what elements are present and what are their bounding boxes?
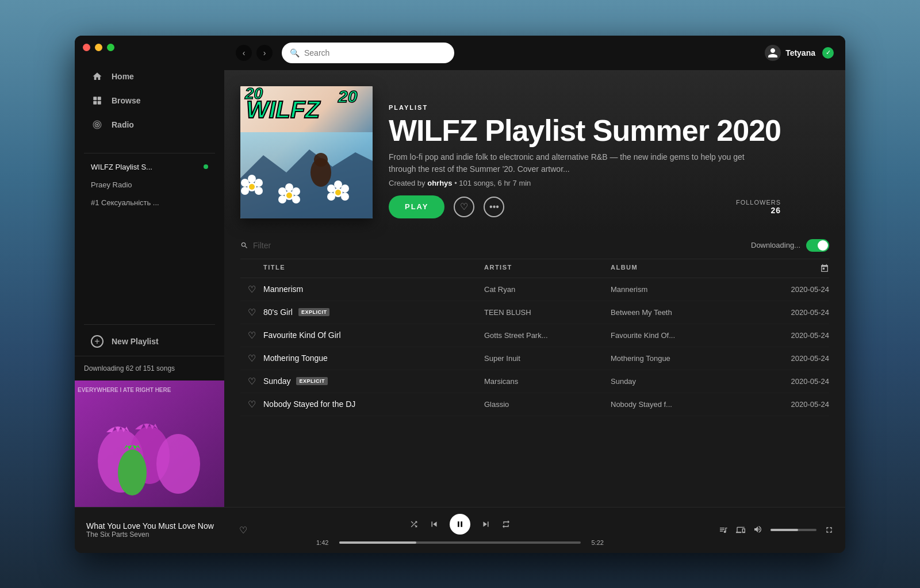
progress-bar: 1:42 5:22 xyxy=(316,539,604,546)
track-album-6: Nobody Stayed f... xyxy=(611,400,760,409)
track-album-5: Sunday xyxy=(611,377,760,386)
track-artist-5: Marsicans xyxy=(484,377,611,386)
right-controls xyxy=(673,525,834,536)
current-artist-name: The Six Parts Seven xyxy=(86,531,231,539)
sidebar-item-radio[interactable]: Radio xyxy=(84,113,215,137)
now-playing-thumbnail: EVERYWHERE I ATE RIGHT HERE xyxy=(75,381,224,507)
sidebar-playlist-sexualnist[interactable]: #1 Сексуальність ... xyxy=(84,194,215,212)
playlist-actions: PLAY ♡ ••• FOLLOWERS 26 xyxy=(389,195,781,218)
svg-point-30 xyxy=(292,195,300,203)
creator-link[interactable]: ohrhys xyxy=(427,179,452,187)
now-playing-info: What You Love You Must Love Now The Six … xyxy=(86,521,247,539)
svg-point-38 xyxy=(327,193,335,201)
track-heart-2[interactable]: ♡ xyxy=(240,307,263,318)
search-icon: 🔍 xyxy=(290,48,300,57)
sidebar-item-home[interactable]: Home xyxy=(84,64,215,89)
maximize-button[interactable] xyxy=(107,44,114,51)
more-options-button[interactable]: ••• xyxy=(484,197,504,217)
track-row[interactable]: ♡ Sunday EXPLICIT Marsicans Sunday 2020-… xyxy=(240,370,829,393)
track-list-container: Filter Downloading... TITLE ARTIST ALBUM xyxy=(224,232,845,507)
downloading-toggle: Downloading... xyxy=(751,239,829,252)
track-date-3: 2020-05-24 xyxy=(760,331,829,340)
nav-arrows: ‹ › xyxy=(236,45,273,61)
track-title-6: Nobody Stayed for the DJ xyxy=(263,399,484,409)
player-heart-button[interactable]: ♡ xyxy=(239,525,247,536)
radio-label: Radio xyxy=(112,120,134,129)
volume-track[interactable] xyxy=(770,529,816,531)
downloading-toggle-label: Downloading... xyxy=(751,241,800,249)
svg-rect-2 xyxy=(93,101,97,104)
track-heart-1[interactable]: ♡ xyxy=(240,284,263,295)
heart-button[interactable]: ♡ xyxy=(454,197,474,217)
plus-icon: + xyxy=(91,335,103,348)
back-button[interactable]: ‹ xyxy=(236,45,252,61)
minimize-button[interactable] xyxy=(95,44,102,51)
new-playlist-label: New Playlist xyxy=(112,337,159,346)
sidebar-item-browse[interactable]: Browse xyxy=(84,89,215,113)
downloading-label: Downloading 62 of 151 songs xyxy=(84,364,175,372)
sidebar-playlist-praey[interactable]: Praey Radio xyxy=(84,176,215,194)
user-profile-button[interactable]: Tetyana xyxy=(765,45,815,61)
app-window: Home Browse xyxy=(75,36,845,553)
track-album-3: Favourite Kind Of... xyxy=(611,331,760,340)
svg-point-24 xyxy=(241,187,249,195)
forward-button[interactable]: › xyxy=(256,45,273,61)
svg-point-23 xyxy=(255,187,263,195)
track-artist-6: Glassio xyxy=(484,400,611,409)
track-row[interactable]: ♡ Favourite Kind Of Girl Gotts Street Pa… xyxy=(240,324,829,347)
repeat-button[interactable] xyxy=(501,520,511,529)
svg-text:EVERYWHERE I ATE RIGHT HERE: EVERYWHERE I ATE RIGHT HERE xyxy=(78,387,171,393)
devices-button[interactable] xyxy=(736,525,745,535)
track-date-1: 2020-05-24 xyxy=(760,285,829,294)
track-row[interactable]: ♡ Mothering Tongue Super Inuit Mothering… xyxy=(240,347,829,370)
svg-point-21 xyxy=(248,175,256,183)
current-time: 1:42 xyxy=(316,539,334,546)
progress-fill xyxy=(339,541,416,544)
verified-badge: ✓ xyxy=(822,47,834,59)
window-controls xyxy=(83,44,114,51)
track-album-2: Between My Teeth xyxy=(611,308,760,317)
fullscreen-button[interactable] xyxy=(825,525,834,535)
playlist-info: PLAYLIST WILFZ Playlist Summer 2020 From… xyxy=(389,86,781,218)
browse-label: Browse xyxy=(112,96,141,105)
track-heart-4[interactable]: ♡ xyxy=(240,353,263,364)
track-artist-2: TEEN BLUSH xyxy=(484,308,611,317)
pause-button[interactable] xyxy=(450,514,470,535)
track-heart-6[interactable]: ♡ xyxy=(240,399,263,410)
explicit-badge: EXPLICIT xyxy=(296,377,328,385)
new-playlist-button[interactable]: + New Playlist xyxy=(75,329,224,353)
main-content: ‹ › 🔍 Tetyana xyxy=(224,36,845,507)
close-button[interactable] xyxy=(83,44,90,51)
next-button[interactable] xyxy=(481,519,491,529)
track-heart-5[interactable]: ♡ xyxy=(240,376,263,387)
track-row[interactable]: ♡ Nobody Stayed for the DJ Glassio Nobod… xyxy=(240,393,829,416)
svg-point-28 xyxy=(285,183,293,191)
play-button[interactable]: PLAY xyxy=(389,195,444,218)
svg-point-25 xyxy=(241,179,249,187)
shuffle-button[interactable] xyxy=(409,520,419,529)
track-row[interactable]: ♡ 80's Girl EXPLICIT TEEN BLUSH Between … xyxy=(240,301,829,324)
track-artist-3: Gotts Street Park... xyxy=(484,331,611,340)
track-list: ♡ Mannerism Cat Ryan Mannerism 2020-05-2… xyxy=(240,278,829,416)
previous-button[interactable] xyxy=(429,519,439,529)
current-track-name: What You Love You Must Love Now xyxy=(86,521,231,531)
progress-track[interactable] xyxy=(339,541,581,544)
playlist-song-count: 101 songs, 6 hr 7 min xyxy=(459,179,531,187)
svg-text:20: 20 xyxy=(244,86,263,102)
sidebar-playlists: WILFZ Playlist S... Praey Radio #1 Сексу… xyxy=(75,158,224,320)
download-toggle-switch[interactable] xyxy=(806,239,829,252)
playlist-label-praey: Praey Radio xyxy=(91,180,132,189)
home-icon xyxy=(91,70,103,83)
sidebar-playlist-wilfz[interactable]: WILFZ Playlist S... xyxy=(84,158,215,176)
track-date-6: 2020-05-24 xyxy=(760,400,829,409)
playlist-header: WILFZ 20 20 xyxy=(224,70,845,232)
track-date-5: 2020-05-24 xyxy=(760,377,829,386)
playlist-meta: Created by ohrhys • 101 songs, 6 hr 7 mi… xyxy=(389,179,781,187)
search-input[interactable] xyxy=(304,48,446,57)
active-playlist-dot xyxy=(204,164,208,169)
track-heart-3[interactable]: ♡ xyxy=(240,330,263,341)
queue-button[interactable] xyxy=(719,525,728,535)
track-row[interactable]: ♡ Mannerism Cat Ryan Mannerism 2020-05-2… xyxy=(240,278,829,301)
col-header-date xyxy=(760,264,829,273)
playlist-label-wilfz: WILFZ Playlist S... xyxy=(91,163,152,171)
